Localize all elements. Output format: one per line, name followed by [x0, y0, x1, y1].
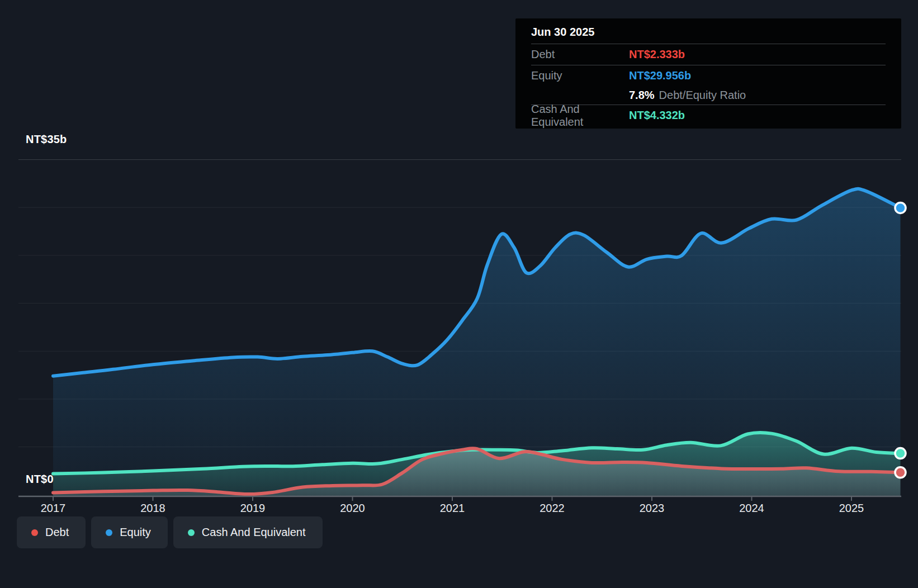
x-axis-year-label-2017: 2017 — [28, 502, 78, 515]
tooltip-equity-label: Equity — [531, 69, 629, 82]
legend-equity-label: Equity — [120, 526, 151, 539]
debt-equity-history-chart: NT$35b NT$0 2017201820192020202120222023… — [0, 0, 918, 588]
x-axis-year-label-2019: 2019 — [228, 502, 278, 515]
tooltip-date: Jun 30 2025 — [531, 18, 886, 44]
tooltip-cash-label: Cash And Equivalent — [531, 103, 629, 129]
x-axis-year-label-2018: 2018 — [128, 502, 178, 515]
debt-endpoint-marker[interactable] — [895, 467, 906, 478]
cash-series-dot-icon — [188, 529, 195, 536]
x-axis-year-label-2023: 2023 — [627, 502, 677, 515]
y-axis-zero-label: NT$0 — [26, 473, 54, 486]
tooltip-cash-value: NT$4.332b — [629, 109, 685, 122]
tooltip-cash-row: Cash And Equivalent NT$4.332b — [531, 105, 886, 126]
tooltip-debt-value: NT$2.333b — [629, 48, 685, 61]
legend-item-debt[interactable]: Debt — [17, 516, 86, 548]
tooltip-equity-value: NT$29.956b — [629, 69, 691, 82]
x-axis-year-label-2021: 2021 — [427, 502, 477, 515]
legend-item-equity[interactable]: Equity — [91, 516, 168, 548]
tooltip-ratio-value: 7.8% — [629, 89, 655, 102]
tooltip-debt-row: Debt NT$2.333b — [531, 44, 886, 65]
legend-cash-label: Cash And Equivalent — [202, 526, 306, 539]
tooltip-ratio-label: Debt/Equity Ratio — [659, 89, 746, 102]
x-axis-year-label-2022: 2022 — [527, 502, 578, 515]
equity-series-dot-icon — [106, 529, 112, 536]
x-axis-year-label-2020: 2020 — [328, 502, 378, 515]
equity-endpoint-marker[interactable] — [895, 202, 906, 213]
legend-debt-label: Debt — [45, 526, 69, 539]
debt-series-dot-icon — [31, 529, 38, 536]
x-axis-year-label-2025: 2025 — [826, 502, 877, 515]
chart-tooltip: Jun 30 2025 Debt NT$2.333b Equity NT$29.… — [515, 18, 901, 129]
tooltip-content: Jun 30 2025 Debt NT$2.333b Equity NT$29.… — [531, 18, 886, 126]
tooltip-equity-row: Equity NT$29.956b — [531, 65, 886, 86]
x-axis-year-label-2024: 2024 — [727, 502, 777, 515]
tooltip-debt-label: Debt — [531, 48, 629, 61]
legend-item-cash[interactable]: Cash And Equivalent — [173, 516, 323, 548]
cash-and-equivalent-endpoint-marker[interactable] — [895, 448, 906, 459]
chart-legend: Debt Equity Cash And Equivalent — [17, 516, 323, 548]
y-axis-max-label: NT$35b — [26, 133, 67, 146]
